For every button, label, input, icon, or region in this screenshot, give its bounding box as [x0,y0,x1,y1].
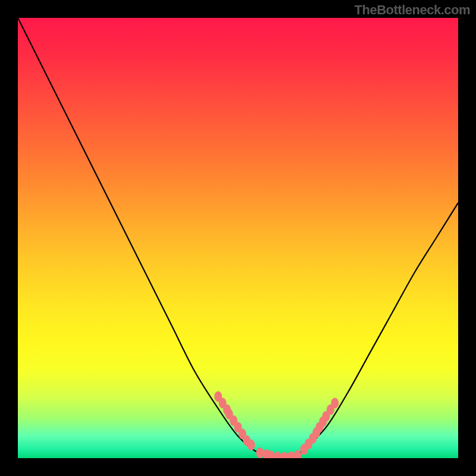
chart-svg [18,18,458,458]
data-marker [331,398,339,409]
data-markers-group [214,391,339,458]
data-marker [274,452,281,458]
bottleneck-curve-line [18,18,458,458]
data-marker [293,450,301,458]
attribution-text: TheBottleneck.com [355,2,470,18]
data-marker [287,452,295,458]
data-marker [280,452,288,458]
chart-plot-area [18,18,458,458]
data-marker [248,440,255,450]
data-marker [256,447,264,458]
